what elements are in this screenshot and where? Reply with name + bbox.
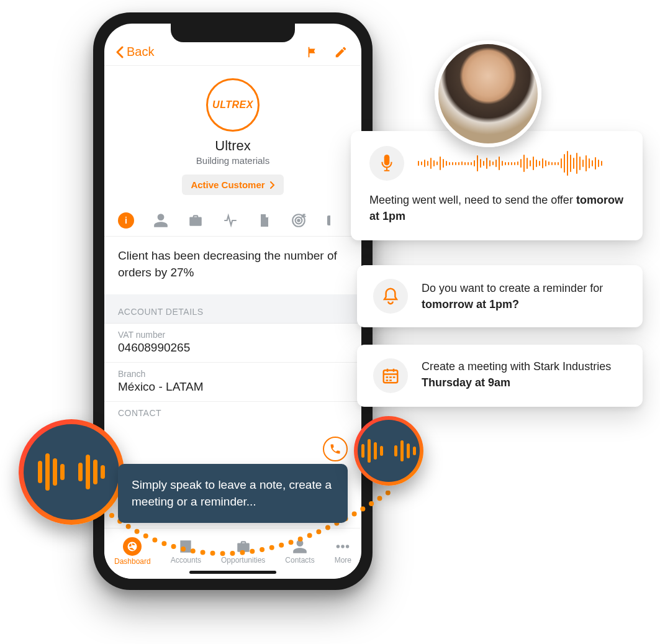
home-indicator xyxy=(189,571,276,574)
tab-more-overflow[interactable] xyxy=(325,212,330,229)
status-chip[interactable]: Active Customer xyxy=(182,175,283,195)
back-button[interactable]: Back xyxy=(115,45,154,59)
card-meeting-suggestion[interactable]: Create a meeting with Stark Industries T… xyxy=(357,345,643,407)
reminder-card-text: Do you want to create a reminder for tom… xyxy=(422,280,626,312)
svg-rect-11 xyxy=(386,379,389,381)
section-contact: CONTACT xyxy=(104,402,361,424)
voice-badge-large[interactable] xyxy=(19,419,124,525)
tab-person[interactable] xyxy=(153,212,169,229)
insight-text: Client has been decreasing the number of… xyxy=(104,237,361,301)
card-voice-transcription: Meeting went well, need to send the offe… xyxy=(351,131,643,240)
dashboard-icon xyxy=(123,537,142,556)
more-icon xyxy=(335,538,351,555)
svg-point-6 xyxy=(346,545,349,548)
activity-icon xyxy=(222,212,238,229)
bell-icon xyxy=(381,286,400,306)
meeting-card-text: Create a meeting with Stark Industries T… xyxy=(422,358,626,391)
nav-dashboard[interactable]: Dashboard xyxy=(114,537,151,566)
nav-contacts[interactable]: Contacts xyxy=(285,538,314,565)
phone-notch xyxy=(171,24,295,42)
field-vat: VAT number 04608990265 xyxy=(104,324,361,363)
meeting-text-bold: Thursday at 9am xyxy=(422,376,510,389)
reminder-text-plain: Do you want to create a reminder for xyxy=(422,282,603,294)
voice-hint-text: Simply speak to leave a note, create a m… xyxy=(132,478,332,509)
voice-badge-small[interactable] xyxy=(354,416,423,486)
audio-wave-icon xyxy=(38,453,105,491)
call-button[interactable] xyxy=(323,437,348,461)
calendar-icon-bubble xyxy=(373,358,408,393)
nav-accounts[interactable]: Accounts xyxy=(171,538,201,565)
company-header: ULTREX Ultrex Building materials Active … xyxy=(104,66,361,204)
top-icons xyxy=(305,45,348,59)
tab-document[interactable] xyxy=(257,212,272,229)
vat-label: VAT number xyxy=(118,330,348,340)
overflow-icon xyxy=(325,212,330,229)
company-subtitle: Building materials xyxy=(196,155,269,166)
tab-briefcase[interactable] xyxy=(188,212,204,229)
briefcase-icon xyxy=(235,538,251,555)
tab-row: i xyxy=(104,204,361,237)
status-label: Active Customer xyxy=(191,179,264,190)
chevron-right-icon xyxy=(270,181,275,189)
company-logo-text: ULTREX xyxy=(212,99,253,111)
svg-point-2 xyxy=(297,219,299,221)
nav-dashboard-label: Dashboard xyxy=(114,557,151,566)
nav-accounts-label: Accounts xyxy=(171,556,201,565)
svg-rect-9 xyxy=(389,376,392,378)
nav-opportunities[interactable]: Opportunities xyxy=(221,538,265,565)
person-icon xyxy=(153,212,169,229)
nav-more[interactable]: More xyxy=(335,538,351,565)
section-account-details: ACCOUNT DETAILS xyxy=(104,301,361,324)
phone-frame: Back ULTREX Ultrex Building materials Ac… xyxy=(93,12,373,590)
svg-rect-12 xyxy=(389,379,392,381)
company-logo: ULTREX xyxy=(206,78,260,132)
svg-rect-8 xyxy=(386,376,389,378)
briefcase-icon xyxy=(188,212,204,229)
person-icon xyxy=(292,538,308,555)
target-icon xyxy=(291,212,307,229)
user-avatar xyxy=(435,40,541,147)
back-label: Back xyxy=(127,45,154,59)
voice-card-text: Meeting went well, need to send the offe… xyxy=(369,192,624,224)
company-name: Ultrex xyxy=(215,138,250,154)
audio-wave-icon xyxy=(418,149,602,178)
phone-screen: Back ULTREX Ultrex Building materials Ac… xyxy=(104,24,361,579)
nav-opportunities-label: Opportunities xyxy=(221,556,265,565)
building-icon xyxy=(178,538,194,555)
voice-hint-bubble[interactable]: Simply speak to leave a note, create a m… xyxy=(118,464,348,523)
branch-value: México - LATAM xyxy=(118,380,348,394)
voice-text-plain: Meeting went well, need to send the offe… xyxy=(369,194,576,206)
field-branch: Branch México - LATAM xyxy=(104,363,361,402)
info-icon: i xyxy=(118,212,134,229)
nav-more-label: More xyxy=(335,556,351,565)
reminder-text-bold: tomorrow at 1pm? xyxy=(422,298,519,311)
tab-activity[interactable] xyxy=(222,212,238,229)
document-icon xyxy=(257,212,272,229)
contact-row xyxy=(104,424,361,449)
svg-point-4 xyxy=(337,545,340,548)
back-chevron-icon xyxy=(115,46,124,58)
bottom-nav: Dashboard Accounts Opportunities Contact… xyxy=(104,528,361,579)
flag-icon[interactable] xyxy=(305,45,319,59)
meeting-text-plain: Create a meeting with Stark Industries xyxy=(422,360,611,373)
microphone-icon-bubble xyxy=(369,146,404,181)
audio-wave-icon xyxy=(361,439,416,463)
svg-rect-10 xyxy=(393,376,396,378)
phone-icon xyxy=(329,443,341,455)
calendar-icon xyxy=(381,366,400,385)
svg-point-5 xyxy=(341,545,345,548)
nav-contacts-label: Contacts xyxy=(285,556,314,565)
tab-info[interactable]: i xyxy=(118,212,134,229)
card-reminder-suggestion[interactable]: Do you want to create a reminder for tom… xyxy=(357,265,643,327)
microphone-icon xyxy=(379,154,395,173)
branch-label: Branch xyxy=(118,369,348,379)
vat-value: 04608990265 xyxy=(118,341,348,355)
svg-rect-3 xyxy=(327,215,330,225)
tab-target[interactable] xyxy=(291,212,307,229)
bell-icon-bubble xyxy=(373,279,408,314)
pencil-icon[interactable] xyxy=(334,45,348,59)
